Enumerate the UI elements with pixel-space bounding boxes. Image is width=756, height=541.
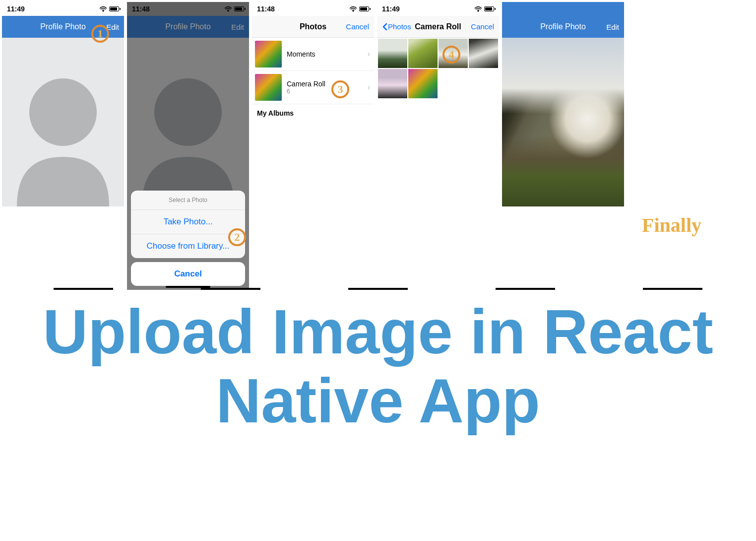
album-label: Moments bbox=[287, 50, 315, 58]
photo-thumb[interactable] bbox=[408, 69, 438, 98]
status-icons bbox=[224, 6, 244, 12]
svg-point-6 bbox=[353, 10, 354, 12]
battery-icon bbox=[359, 6, 369, 11]
status-bar: 11:49 bbox=[377, 2, 499, 16]
screen-5: Profile Photo Edit bbox=[502, 2, 624, 207]
nav-bar: Photos Cancel bbox=[252, 16, 374, 38]
svg-point-2 bbox=[29, 78, 97, 146]
album-row-moments[interactable]: Moments › bbox=[252, 38, 374, 71]
cancel-button[interactable]: Cancel bbox=[471, 22, 494, 31]
screen-1: 11:49 Profile Photo Edit 1 bbox=[2, 2, 124, 207]
wifi-icon bbox=[474, 6, 482, 12]
nav-title: Profile Photo bbox=[40, 22, 86, 31]
nav-bar: Profile Photo Edit bbox=[127, 16, 249, 38]
status-bar: 11:49 bbox=[2, 2, 124, 16]
nav-title: Camera Roll bbox=[415, 22, 461, 31]
status-time: 11:48 bbox=[257, 5, 275, 13]
photo-grid bbox=[377, 38, 499, 99]
album-name: Moments bbox=[287, 50, 315, 58]
dash-row bbox=[0, 288, 756, 290]
status-time: 11:48 bbox=[132, 5, 150, 13]
battery-icon bbox=[484, 6, 494, 11]
screen-2: 11:48 Profile Photo Edit Select a Photo … bbox=[127, 2, 249, 290]
cancel-button[interactable]: Cancel bbox=[346, 22, 369, 31]
status-icons bbox=[349, 6, 369, 12]
dash-icon bbox=[201, 288, 260, 290]
nav-bar: Profile Photo Edit bbox=[502, 2, 624, 38]
album-thumb bbox=[255, 41, 282, 68]
album-thumb bbox=[255, 74, 282, 101]
status-bar: 11:48 bbox=[127, 2, 249, 16]
annotation-3: 3 bbox=[331, 80, 349, 98]
finally-label: Finally bbox=[642, 213, 701, 237]
action-sheet-group: Select a Photo Take Photo... Choose from… bbox=[131, 191, 245, 258]
section-header: My Albums bbox=[252, 104, 374, 122]
status-time: 11:49 bbox=[7, 5, 25, 13]
album-name: Camera Roll bbox=[287, 80, 325, 88]
chevron-left-icon bbox=[382, 23, 388, 31]
annotation-2: 2 bbox=[228, 228, 246, 246]
svg-point-3 bbox=[228, 10, 229, 12]
back-button[interactable]: Photos bbox=[382, 22, 411, 31]
headline: Upload Image in React Native App bbox=[0, 298, 756, 435]
photo-thumb[interactable] bbox=[469, 39, 498, 68]
nav-title: Profile Photo bbox=[540, 22, 586, 31]
nav-title: Profile Photo bbox=[165, 22, 211, 31]
wifi-icon bbox=[224, 6, 232, 12]
photo-thumb[interactable] bbox=[408, 39, 438, 68]
screen-3: 11:48 Photos Cancel Moments › C bbox=[252, 2, 374, 207]
dash-icon bbox=[54, 288, 113, 290]
wifi-icon bbox=[349, 6, 357, 12]
take-photo-button[interactable]: Take Photo... bbox=[131, 210, 245, 234]
back-label: Photos bbox=[388, 22, 411, 31]
photo-thumb[interactable] bbox=[378, 69, 407, 98]
annotation-4: 4 bbox=[442, 46, 460, 64]
dash-icon bbox=[643, 288, 702, 290]
album-label: Camera Roll 6 bbox=[287, 80, 325, 95]
status-icons bbox=[474, 6, 494, 12]
svg-point-0 bbox=[103, 10, 104, 12]
avatar-placeholder-icon bbox=[2, 38, 124, 206]
photo-thumb[interactable] bbox=[378, 39, 407, 68]
battery-icon bbox=[109, 6, 119, 11]
chevron-right-icon: › bbox=[368, 50, 370, 59]
wifi-icon bbox=[99, 6, 107, 12]
edit-button[interactable]: Edit bbox=[231, 23, 244, 31]
chevron-right-icon: › bbox=[368, 83, 370, 92]
cancel-button[interactable]: Cancel bbox=[131, 262, 245, 286]
annotation-1: 1 bbox=[91, 25, 109, 43]
sheet-title: Select a Photo bbox=[131, 191, 245, 210]
nav-bar: Photos Camera Roll Cancel bbox=[377, 16, 499, 38]
album-row-cameraroll[interactable]: Camera Roll 6 › bbox=[252, 71, 374, 104]
dash-icon bbox=[348, 288, 408, 290]
battery-icon bbox=[234, 6, 244, 11]
status-time: 11:49 bbox=[382, 5, 400, 13]
album-count: 6 bbox=[287, 88, 325, 95]
dash-icon bbox=[496, 288, 555, 290]
svg-point-7 bbox=[478, 10, 479, 12]
profile-image[interactable] bbox=[502, 38, 624, 206]
status-icons bbox=[99, 6, 119, 12]
profile-avatar[interactable] bbox=[2, 38, 124, 206]
screen-4: 11:49 Photos Camera Roll Cancel 4 bbox=[377, 2, 499, 207]
edit-button[interactable]: Edit bbox=[606, 23, 619, 31]
nav-title: Photos bbox=[300, 22, 326, 31]
status-bar: 11:48 bbox=[252, 2, 374, 16]
album-list: Moments › Camera Roll 6 › My Albums bbox=[252, 38, 374, 122]
